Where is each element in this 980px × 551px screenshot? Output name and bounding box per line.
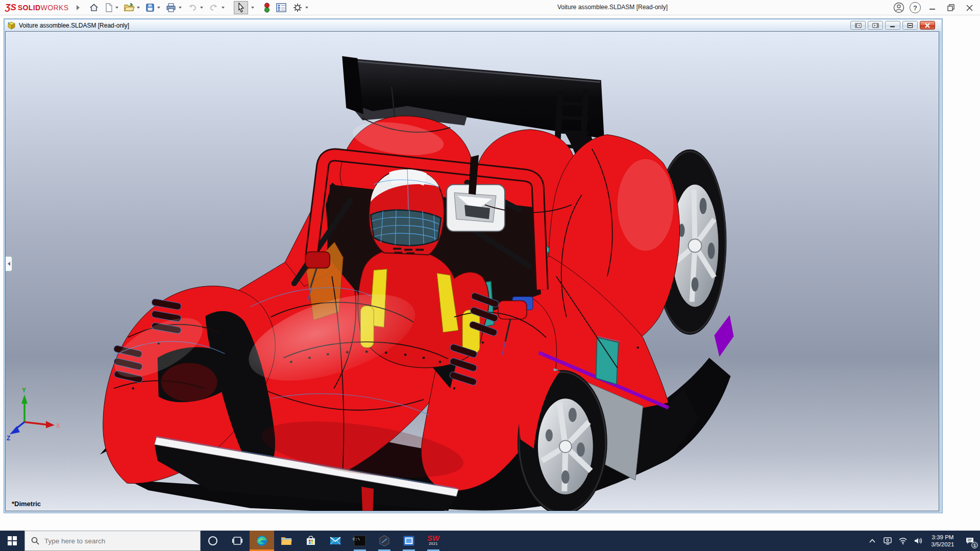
home-icon — [89, 3, 99, 13]
triad-z-label: Z — [7, 435, 10, 442]
menu-flyout-arrow-icon[interactable] — [77, 5, 80, 10]
edge-icon — [256, 535, 268, 547]
system-tray: 3:39 PM 3/5/2021 1 — [865, 531, 980, 551]
options-button[interactable] — [290, 1, 310, 14]
open-icon — [124, 3, 135, 13]
notification-badge: 1 — [971, 542, 978, 548]
dropdown-caret[interactable] — [200, 7, 203, 9]
select-pointer-icon — [236, 2, 246, 13]
hidden-icons-chevron[interactable] — [865, 531, 880, 551]
nose-fin — [361, 487, 374, 511]
hexagon-app-icon — [378, 535, 390, 547]
rebuild-traffic-light-icon — [263, 2, 271, 13]
file-properties-button[interactable] — [274, 1, 289, 14]
dropdown-caret[interactable] — [115, 7, 118, 9]
taskbar-clock[interactable]: 3:39 PM 3/5/2021 — [926, 534, 960, 548]
display-tray-icon[interactable] — [880, 531, 895, 551]
featuremanager-flyout-tab[interactable] — [5, 256, 12, 271]
app-bar-right: ? — [893, 0, 976, 15]
dassault-glyph: ƷS — [5, 3, 16, 13]
notification-center-button[interactable]: 1 — [960, 531, 980, 551]
document-title-bar: Voiture assomblee.SLDASM [Read-only] — [5, 20, 941, 31]
view-orientation-label: *Dimetric — [12, 500, 41, 508]
dropdown-caret[interactable] — [179, 7, 182, 9]
triad-y-label: Y — [22, 387, 26, 394]
app-minimize-button[interactable] — [926, 1, 939, 14]
taskbar-command-prompt[interactable]: C:\ — [348, 531, 372, 551]
wifi-tray-icon[interactable] — [895, 531, 911, 551]
windows-logo-icon — [8, 536, 17, 545]
toggle-left-pane-button[interactable] — [850, 21, 866, 30]
dropdown-caret[interactable] — [157, 7, 160, 9]
options-gear-icon — [292, 2, 303, 13]
undo-button[interactable] — [185, 1, 205, 14]
select-tool-button[interactable] — [234, 1, 248, 14]
task-view-icon — [232, 536, 242, 546]
solidworks-logo: ƷS SOLID WORKS — [5, 3, 68, 13]
task-view-button[interactable] — [225, 531, 250, 551]
document-window-controls — [850, 21, 935, 30]
redo-icon — [208, 3, 219, 13]
dropdown-caret[interactable] — [222, 7, 225, 9]
save-button[interactable] — [143, 1, 162, 14]
app-restore-button[interactable] — [944, 1, 958, 14]
triad-x-label: X — [56, 422, 60, 430]
undo-icon — [187, 3, 198, 13]
taskbar-edge[interactable] — [250, 531, 274, 551]
taskbar-media-app[interactable] — [397, 531, 421, 551]
document-close-button[interactable] — [920, 21, 935, 30]
document-minimize-button[interactable] — [885, 21, 900, 30]
file-properties-icon — [276, 3, 287, 13]
document-restore-button[interactable] — [902, 21, 918, 30]
graphics-viewport[interactable]: Y X Z *Dimetric — [5, 31, 939, 511]
taskbar-solidworks[interactable]: SW 2021 — [421, 531, 446, 551]
dropdown-caret[interactable] — [305, 7, 308, 9]
model-canvas[interactable]: Y X Z — [6, 32, 939, 511]
screen: ƷS SOLID WORKS — [0, 0, 980, 551]
start-button[interactable] — [0, 531, 24, 551]
tray-time: 3:39 PM — [927, 534, 959, 541]
taskbar-dev-app[interactable] — [372, 531, 397, 551]
cmd-glyph: C:\ — [353, 537, 360, 541]
file-explorer-icon — [280, 535, 292, 546]
home-button[interactable] — [87, 1, 101, 14]
tray-date: 3/5/2021 — [927, 541, 959, 548]
account-icon[interactable] — [893, 2, 904, 13]
document-window: Voiture assomblee.SLDASM [Read-only] — [4, 18, 943, 513]
store-icon — [305, 535, 316, 546]
taskbar-store[interactable] — [299, 531, 323, 551]
media-app-icon — [403, 535, 415, 546]
cortana-button[interactable] — [201, 531, 225, 551]
quick-toolbar — [87, 1, 310, 14]
assembly-icon — [7, 21, 16, 30]
open-button[interactable] — [121, 1, 142, 14]
app-close-button[interactable] — [963, 1, 976, 14]
taskbar-search[interactable] — [24, 531, 201, 551]
search-icon — [31, 537, 39, 545]
rebuild-button[interactable] — [261, 1, 273, 14]
app-title-bar: ƷS SOLID WORKS — [0, 0, 980, 15]
print-icon — [165, 3, 177, 13]
cortana-icon — [207, 535, 218, 546]
taskbar-file-explorer[interactable] — [274, 531, 299, 551]
mail-icon — [329, 536, 341, 546]
document-title: Voiture assomblee.SLDASM [Read-only] — [19, 22, 129, 29]
print-button[interactable] — [163, 1, 184, 14]
windows-taskbar: C:\ SW 2021 — [0, 531, 980, 551]
search-input[interactable] — [44, 537, 182, 545]
help-icon[interactable]: ? — [910, 2, 921, 13]
front-right-wheel — [518, 370, 607, 511]
dropdown-caret[interactable] — [251, 7, 254, 9]
dropdown-caret[interactable] — [137, 7, 140, 9]
app-window-title: Voiture assomblee.SLDASM [Read-only] — [531, 4, 694, 11]
helmet — [369, 169, 444, 255]
redo-button[interactable] — [206, 1, 227, 14]
front-left-wheel-hint — [161, 363, 217, 402]
new-document-icon — [104, 3, 113, 13]
solidworks-icon: SW — [427, 535, 439, 541]
new-document-button[interactable] — [102, 1, 120, 14]
toggle-right-pane-button[interactable] — [868, 21, 883, 30]
volume-tray-icon[interactable] — [911, 531, 926, 551]
save-icon — [145, 3, 155, 13]
taskbar-mail[interactable] — [323, 531, 348, 551]
